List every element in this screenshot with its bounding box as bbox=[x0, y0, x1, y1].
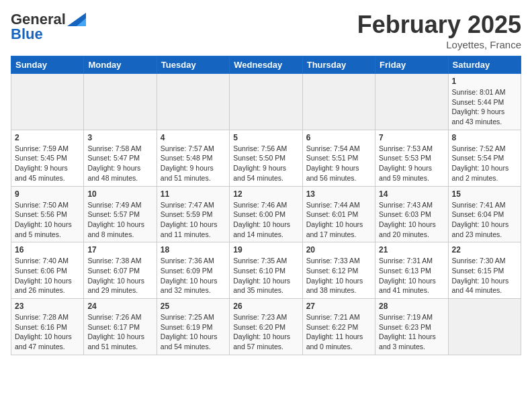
day-number: 19 bbox=[233, 245, 298, 255]
calendar-cell: 2Sunrise: 7:59 AM Sunset: 5:45 PM Daylig… bbox=[11, 130, 84, 186]
day-info: Sunrise: 7:30 AM Sunset: 6:15 PM Dayligh… bbox=[452, 256, 517, 295]
day-info: Sunrise: 7:53 AM Sunset: 5:53 PM Dayligh… bbox=[379, 144, 444, 183]
day-info: Sunrise: 7:25 AM Sunset: 6:19 PM Dayligh… bbox=[161, 312, 226, 352]
calendar-header-sunday: Sunday bbox=[11, 56, 84, 74]
calendar-cell: 19Sunrise: 7:35 AM Sunset: 6:10 PM Dayli… bbox=[230, 242, 302, 299]
page-header: General Blue February 2025 Loyettes, Fra… bbox=[11, 11, 521, 50]
day-info: Sunrise: 7:49 AM Sunset: 5:57 PM Dayligh… bbox=[87, 200, 152, 240]
day-number: 13 bbox=[306, 189, 371, 199]
calendar-week-row: 2Sunrise: 7:59 AM Sunset: 5:45 PM Daylig… bbox=[11, 130, 521, 186]
day-info: Sunrise: 7:59 AM Sunset: 5:45 PM Dayligh… bbox=[15, 144, 80, 183]
calendar-cell: 4Sunrise: 7:57 AM Sunset: 5:48 PM Daylig… bbox=[157, 130, 229, 186]
calendar-cell: 10Sunrise: 7:49 AM Sunset: 5:57 PM Dayli… bbox=[84, 186, 157, 242]
logo-icon bbox=[67, 13, 86, 26]
calendar-cell: 28Sunrise: 7:19 AM Sunset: 6:23 PM Dayli… bbox=[375, 299, 448, 355]
calendar-cell: 20Sunrise: 7:33 AM Sunset: 6:12 PM Dayli… bbox=[302, 242, 375, 299]
day-info: Sunrise: 7:41 AM Sunset: 6:04 PM Dayligh… bbox=[452, 200, 517, 240]
calendar-cell bbox=[375, 74, 448, 130]
calendar-header-friday: Friday bbox=[375, 56, 448, 74]
day-info: Sunrise: 7:54 AM Sunset: 5:51 PM Dayligh… bbox=[306, 144, 371, 183]
day-info: Sunrise: 7:26 AM Sunset: 6:17 PM Dayligh… bbox=[87, 312, 152, 352]
calendar-week-row: 9Sunrise: 7:50 AM Sunset: 5:56 PM Daylig… bbox=[11, 186, 521, 242]
calendar-cell bbox=[230, 74, 302, 130]
day-info: Sunrise: 7:56 AM Sunset: 5:50 PM Dayligh… bbox=[233, 144, 298, 183]
calendar-cell: 7Sunrise: 7:53 AM Sunset: 5:53 PM Daylig… bbox=[375, 130, 448, 186]
day-number: 4 bbox=[161, 133, 226, 142]
title-block: February 2025 Loyettes, France bbox=[357, 11, 521, 50]
calendar-cell: 8Sunrise: 7:52 AM Sunset: 5:54 PM Daylig… bbox=[448, 130, 521, 186]
calendar-cell bbox=[11, 74, 84, 130]
calendar-cell: 11Sunrise: 7:47 AM Sunset: 5:59 PM Dayli… bbox=[157, 186, 229, 242]
day-info: Sunrise: 7:28 AM Sunset: 6:16 PM Dayligh… bbox=[15, 312, 80, 352]
calendar-cell: 16Sunrise: 7:40 AM Sunset: 6:06 PM Dayli… bbox=[11, 242, 84, 299]
day-number: 23 bbox=[15, 302, 80, 311]
calendar-cell: 6Sunrise: 7:54 AM Sunset: 5:51 PM Daylig… bbox=[302, 130, 375, 186]
calendar-cell: 21Sunrise: 7:31 AM Sunset: 6:13 PM Dayli… bbox=[375, 242, 448, 299]
day-info: Sunrise: 7:21 AM Sunset: 6:22 PM Dayligh… bbox=[306, 312, 371, 352]
calendar-cell: 18Sunrise: 7:36 AM Sunset: 6:09 PM Dayli… bbox=[157, 242, 229, 299]
calendar-cell: 27Sunrise: 7:21 AM Sunset: 6:22 PM Dayli… bbox=[302, 299, 375, 355]
logo-blue-text: Blue bbox=[11, 26, 43, 43]
calendar-cell bbox=[302, 74, 375, 130]
day-number: 6 bbox=[306, 133, 371, 142]
day-number: 2 bbox=[15, 133, 80, 142]
day-number: 15 bbox=[452, 189, 517, 199]
calendar-cell: 5Sunrise: 7:56 AM Sunset: 5:50 PM Daylig… bbox=[230, 130, 302, 186]
calendar-header-monday: Monday bbox=[84, 56, 157, 74]
day-number: 22 bbox=[452, 245, 517, 255]
day-info: Sunrise: 7:35 AM Sunset: 6:10 PM Dayligh… bbox=[233, 256, 298, 295]
day-info: Sunrise: 7:58 AM Sunset: 5:47 PM Dayligh… bbox=[87, 144, 152, 183]
calendar-cell bbox=[84, 74, 157, 130]
day-number: 10 bbox=[87, 189, 152, 199]
calendar-week-row: 23Sunrise: 7:28 AM Sunset: 6:16 PM Dayli… bbox=[11, 299, 521, 355]
day-number: 26 bbox=[233, 302, 298, 311]
day-number: 9 bbox=[15, 189, 80, 199]
day-info: Sunrise: 7:43 AM Sunset: 6:03 PM Dayligh… bbox=[379, 200, 444, 240]
calendar-cell: 22Sunrise: 7:30 AM Sunset: 6:15 PM Dayli… bbox=[448, 242, 521, 299]
day-info: Sunrise: 7:33 AM Sunset: 6:12 PM Dayligh… bbox=[306, 256, 371, 295]
day-info: Sunrise: 7:44 AM Sunset: 6:01 PM Dayligh… bbox=[306, 200, 371, 240]
calendar-header-row: SundayMondayTuesdayWednesdayThursdayFrid… bbox=[11, 56, 521, 74]
day-number: 8 bbox=[452, 133, 517, 142]
day-number: 12 bbox=[233, 189, 298, 199]
calendar-header-saturday: Saturday bbox=[448, 56, 521, 74]
calendar-cell: 15Sunrise: 7:41 AM Sunset: 6:04 PM Dayli… bbox=[448, 186, 521, 242]
calendar-cell: 14Sunrise: 7:43 AM Sunset: 6:03 PM Dayli… bbox=[375, 186, 448, 242]
month-title: February 2025 bbox=[357, 11, 521, 39]
calendar-cell: 3Sunrise: 7:58 AM Sunset: 5:47 PM Daylig… bbox=[84, 130, 157, 186]
day-number: 18 bbox=[161, 245, 226, 255]
calendar-cell: 1Sunrise: 8:01 AM Sunset: 5:44 PM Daylig… bbox=[448, 74, 521, 130]
day-info: Sunrise: 7:47 AM Sunset: 5:59 PM Dayligh… bbox=[161, 200, 226, 240]
day-info: Sunrise: 7:46 AM Sunset: 6:00 PM Dayligh… bbox=[233, 200, 298, 240]
day-number: 24 bbox=[87, 302, 152, 311]
day-number: 3 bbox=[87, 133, 152, 142]
calendar-cell: 12Sunrise: 7:46 AM Sunset: 6:00 PM Dayli… bbox=[230, 186, 302, 242]
calendar-cell: 23Sunrise: 7:28 AM Sunset: 6:16 PM Dayli… bbox=[11, 299, 84, 355]
logo: General Blue bbox=[11, 11, 86, 43]
calendar-cell: 13Sunrise: 7:44 AM Sunset: 6:01 PM Dayli… bbox=[302, 186, 375, 242]
day-info: Sunrise: 7:50 AM Sunset: 5:56 PM Dayligh… bbox=[15, 200, 80, 240]
calendar-week-row: 16Sunrise: 7:40 AM Sunset: 6:06 PM Dayli… bbox=[11, 242, 521, 299]
day-info: Sunrise: 7:19 AM Sunset: 6:23 PM Dayligh… bbox=[379, 312, 444, 352]
day-number: 25 bbox=[161, 302, 226, 311]
calendar-cell: 26Sunrise: 7:23 AM Sunset: 6:20 PM Dayli… bbox=[230, 299, 302, 355]
day-number: 7 bbox=[379, 133, 444, 142]
day-info: Sunrise: 7:36 AM Sunset: 6:09 PM Dayligh… bbox=[161, 256, 226, 295]
calendar-header-wednesday: Wednesday bbox=[230, 56, 302, 74]
day-info: Sunrise: 7:40 AM Sunset: 6:06 PM Dayligh… bbox=[15, 256, 80, 295]
day-number: 16 bbox=[15, 245, 80, 255]
day-number: 20 bbox=[306, 245, 371, 255]
day-info: Sunrise: 7:38 AM Sunset: 6:07 PM Dayligh… bbox=[87, 256, 152, 295]
location: Loyettes, France bbox=[357, 39, 521, 50]
day-number: 1 bbox=[452, 77, 517, 86]
calendar-header-thursday: Thursday bbox=[302, 56, 375, 74]
day-number: 21 bbox=[379, 245, 444, 255]
day-number: 11 bbox=[161, 189, 226, 199]
day-number: 14 bbox=[379, 189, 444, 199]
day-info: Sunrise: 7:52 AM Sunset: 5:54 PM Dayligh… bbox=[452, 144, 517, 183]
day-number: 27 bbox=[306, 302, 371, 311]
calendar-cell: 25Sunrise: 7:25 AM Sunset: 6:19 PM Dayli… bbox=[157, 299, 229, 355]
calendar-cell: 9Sunrise: 7:50 AM Sunset: 5:56 PM Daylig… bbox=[11, 186, 84, 242]
day-info: Sunrise: 8:01 AM Sunset: 5:44 PM Dayligh… bbox=[452, 87, 517, 127]
calendar-cell: 17Sunrise: 7:38 AM Sunset: 6:07 PM Dayli… bbox=[84, 242, 157, 299]
